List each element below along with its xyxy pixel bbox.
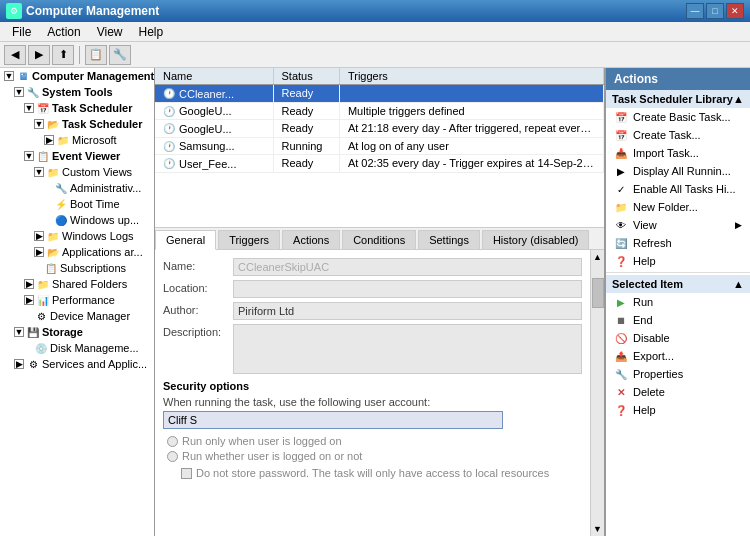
- action-create-task[interactable]: 📅 Create Task...: [606, 126, 750, 144]
- menu-view[interactable]: View: [89, 23, 131, 41]
- scroll-down-arrow[interactable]: ▼: [591, 522, 604, 536]
- menu-file[interactable]: File: [4, 23, 39, 41]
- tree-item-task-scheduler[interactable]: ▼ 📅 Task Scheduler: [0, 100, 154, 116]
- tab-actions[interactable]: Actions: [282, 230, 340, 249]
- expand-icon-win-logs[interactable]: ▶: [34, 231, 44, 241]
- expand-icon-task-lib[interactable]: ▼: [34, 119, 44, 129]
- action-end[interactable]: ⏹ End: [606, 311, 750, 329]
- tree-item-shared-folders[interactable]: ▶ 📁 Shared Folders: [0, 276, 154, 292]
- expand-icon-event[interactable]: ▼: [24, 151, 34, 161]
- tree-item-windows-logs[interactable]: ▶ 📁 Windows Logs: [0, 228, 154, 244]
- expand-icon-services[interactable]: ▶: [14, 359, 24, 369]
- radio-logged-on[interactable]: Run only when user is logged on: [167, 435, 582, 447]
- tree-item-applications-ar[interactable]: ▶ 📂 Applications ar...: [0, 244, 154, 260]
- menu-action[interactable]: Action: [39, 23, 88, 41]
- services-icon: ⚙: [26, 357, 40, 371]
- expand-icon-perf[interactable]: ▶: [24, 295, 34, 305]
- col-triggers[interactable]: Triggers: [339, 68, 603, 85]
- task-name-cell: 🕐 GoogleU...: [155, 102, 273, 120]
- show-hide-button[interactable]: 📋: [85, 45, 107, 65]
- collapse-icon: ▲: [733, 93, 744, 105]
- action-view[interactable]: 👁 View ▶: [606, 216, 750, 234]
- tree-item-disk-management[interactable]: 💿 Disk Manageme...: [0, 340, 154, 356]
- radio-button-logged-on[interactable]: [167, 436, 178, 447]
- checkbox-no-store[interactable]: Do not store password. The task will onl…: [181, 467, 582, 479]
- expand-icon-apps[interactable]: ▶: [34, 247, 44, 257]
- tree-item-task-scheduler-lib[interactable]: ▼ 📂 Task Scheduler: [0, 116, 154, 132]
- new-folder-label: New Folder...: [633, 201, 698, 213]
- table-row[interactable]: 🕐 GoogleU... Ready Multiple triggers def…: [155, 102, 604, 120]
- expand-icon[interactable]: ▼: [4, 71, 14, 81]
- col-name[interactable]: Name: [155, 68, 273, 85]
- tree-item-administrative[interactable]: 🔧 Administrativ...: [0, 180, 154, 196]
- tab-settings[interactable]: Settings: [418, 230, 480, 249]
- scroll-thumb-v[interactable]: [592, 278, 604, 308]
- action-help-lib[interactable]: ❓ Help: [606, 252, 750, 270]
- maximize-button[interactable]: □: [706, 3, 724, 19]
- action-import-task[interactable]: 📥 Import Task...: [606, 144, 750, 162]
- table-row[interactable]: 🕐 User_Fee... Ready At 02:35 every day -…: [155, 155, 604, 173]
- tree-item-microsoft[interactable]: ▶ 📁 Microsoft: [0, 132, 154, 148]
- task-name-cell: 🕐 Samsung...: [155, 137, 273, 155]
- menu-bar: File Action View Help: [0, 22, 750, 42]
- detail-vertical-scrollbar[interactable]: ▲ ▼: [590, 250, 604, 536]
- task-table-scroll[interactable]: Name Status Triggers 🕐 CCleaner...: [155, 68, 604, 227]
- task-scheduler-library-section[interactable]: Task Scheduler Library ▲: [606, 90, 750, 108]
- tree-item-storage[interactable]: ▼ 💾 Storage: [0, 324, 154, 340]
- expand-icon-microsoft[interactable]: ▶: [44, 135, 54, 145]
- actions-panel: Actions Task Scheduler Library ▲ 📅 Creat…: [605, 68, 750, 536]
- action-delete[interactable]: ✕ Delete: [606, 383, 750, 401]
- tree-item-device-manager[interactable]: ⚙ Device Manager: [0, 308, 154, 324]
- table-row[interactable]: 🕐 GoogleU... Ready At 21:18 every day - …: [155, 120, 604, 138]
- tree-item-services[interactable]: ▶ ⚙ Services and Applic...: [0, 356, 154, 372]
- action-disable[interactable]: 🚫 Disable: [606, 329, 750, 347]
- action-export[interactable]: 📤 Export...: [606, 347, 750, 365]
- tree-item-windows-up[interactable]: 🔵 Windows up...: [0, 212, 154, 228]
- expand-icon-storage[interactable]: ▼: [14, 327, 24, 337]
- tree-item-event-viewer[interactable]: ▼ 📋 Event Viewer: [0, 148, 154, 164]
- expand-icon-task-scheduler[interactable]: ▼: [24, 103, 34, 113]
- table-row[interactable]: 🕐 CCleaner... Ready: [155, 85, 604, 103]
- action-display-running[interactable]: ▶ Display All Runnin...: [606, 162, 750, 180]
- minimize-button[interactable]: —: [686, 3, 704, 19]
- checkbox-box[interactable]: [181, 468, 192, 479]
- radio-button-whether[interactable]: [167, 451, 178, 462]
- create-basic-icon: 📅: [614, 110, 628, 124]
- expand-icon-shared[interactable]: ▶: [24, 279, 34, 289]
- forward-button[interactable]: ▶: [28, 45, 50, 65]
- system-tools-icon: 🔧: [26, 85, 40, 99]
- tree-item-computer-management[interactable]: ▼ 🖥 Computer Management: [0, 68, 154, 84]
- tab-history[interactable]: History (disabled): [482, 230, 590, 249]
- action-help-selected[interactable]: ❓ Help: [606, 401, 750, 419]
- tree-item-boot-time[interactable]: ⚡ Boot Time: [0, 196, 154, 212]
- tree-item-system-tools[interactable]: ▼ 🔧 System Tools: [0, 84, 154, 100]
- import-icon: 📥: [614, 146, 628, 160]
- tree-item-performance[interactable]: ▶ 📊 Performance: [0, 292, 154, 308]
- task-status-cell: Ready: [273, 155, 339, 173]
- back-button[interactable]: ◀: [4, 45, 26, 65]
- tree-item-custom-views[interactable]: ▼ 📁 Custom Views: [0, 164, 154, 180]
- col-status[interactable]: Status: [273, 68, 339, 85]
- action-create-basic-task[interactable]: 📅 Create Basic Task...: [606, 108, 750, 126]
- up-button[interactable]: ⬆: [52, 45, 74, 65]
- expand-icon-custom[interactable]: ▼: [34, 167, 44, 177]
- close-button[interactable]: ✕: [726, 3, 744, 19]
- tree-item-subscriptions[interactable]: 📋 Subscriptions: [0, 260, 154, 276]
- action-run[interactable]: ▶ Run: [606, 293, 750, 311]
- action-enable-all[interactable]: ✓ Enable All Tasks Hi...: [606, 180, 750, 198]
- action-properties[interactable]: 🔧 Properties: [606, 365, 750, 383]
- tab-triggers[interactable]: Triggers: [218, 230, 280, 249]
- delete-label: Delete: [633, 386, 665, 398]
- action-refresh[interactable]: 🔄 Refresh: [606, 234, 750, 252]
- radio-whether-logged-on[interactable]: Run whether user is logged on or not: [167, 450, 582, 462]
- scroll-up-arrow[interactable]: ▲: [591, 250, 604, 264]
- expand-icon-system-tools[interactable]: ▼: [14, 87, 24, 97]
- toolbar-separator: [79, 46, 80, 64]
- menu-help[interactable]: Help: [131, 23, 172, 41]
- table-row[interactable]: 🕐 Samsung... Running At log on of any us…: [155, 137, 604, 155]
- selected-item-section[interactable]: Selected Item ▲: [606, 275, 750, 293]
- properties-toolbar-button[interactable]: 🔧: [109, 45, 131, 65]
- action-new-folder[interactable]: 📁 New Folder...: [606, 198, 750, 216]
- tab-conditions[interactable]: Conditions: [342, 230, 416, 249]
- tab-general[interactable]: General: [155, 230, 216, 250]
